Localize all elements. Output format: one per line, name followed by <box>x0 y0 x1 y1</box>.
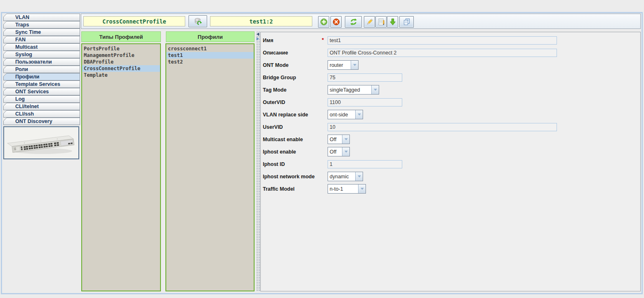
list-item[interactable]: DBAProfile <box>82 59 160 65</box>
field-label: Имя <box>263 35 274 46</box>
list-item[interactable]: Template <box>82 72 160 78</box>
sidebar-item-users[interactable]: Пользователи <box>3 58 80 66</box>
refresh-icon <box>349 18 358 26</box>
sidebar-item-log[interactable]: Log <box>3 95 80 103</box>
name-input[interactable] <box>328 36 557 45</box>
download-button[interactable] <box>387 16 398 28</box>
sidebar-item-profiles[interactable]: Профили <box>3 73 80 80</box>
description-input[interactable] <box>328 49 557 57</box>
chevron-down-icon[interactable] <box>355 172 363 181</box>
edit-icon <box>366 18 373 26</box>
profile-type-display[interactable]: CrossConnectProfile <box>83 16 185 26</box>
sidebar-item-traps[interactable]: Traps <box>3 21 80 28</box>
list-item-selected[interactable]: test1 <box>166 52 254 59</box>
sidebar-item-syslog[interactable]: Syslog <box>3 51 80 58</box>
refresh-button[interactable] <box>345 16 362 28</box>
chevron-down-icon[interactable] <box>351 61 358 69</box>
field-iphost-network-mode: Iphost network mode dynamic <box>261 171 640 182</box>
database-sync-icon <box>194 17 202 26</box>
list-item[interactable]: ManagementProfile <box>82 52 160 59</box>
profiles-list: crossconnect1 test1 test2 <box>165 43 255 291</box>
field-tag-mode: Tag Mode singleTagged <box>261 85 640 95</box>
profile-name-display[interactable]: test1:2 <box>210 16 312 26</box>
field-label: Описание <box>263 47 288 58</box>
bridge-group-input[interactable] <box>328 73 402 82</box>
list-item[interactable]: crossconnect1 <box>166 45 254 52</box>
copy-button[interactable] <box>399 16 414 28</box>
split-divider[interactable] <box>256 31 260 291</box>
profile-types-header: Типы Профилей <box>81 31 161 42</box>
sidebar-item-ont-discovery[interactable]: ONT Discovery <box>3 118 80 125</box>
field-label: Iphost enable <box>263 147 296 157</box>
chevron-down-icon[interactable] <box>355 110 363 119</box>
field-label: Bridge Group <box>263 72 296 83</box>
chevron-down-icon[interactable] <box>342 135 349 144</box>
traffic-model-select[interactable]: n-to-1 <box>328 184 366 194</box>
field-iphost-enable: Iphost enable Off <box>261 147 640 157</box>
field-outer-vid: OuterVID <box>261 97 640 108</box>
user-vid-input[interactable] <box>328 123 557 131</box>
list-item[interactable]: test2 <box>166 59 254 65</box>
sidebar-item-sync-time[interactable]: Sync Time <box>3 28 80 36</box>
sidebar-item-fan[interactable]: FAN <box>3 36 80 43</box>
top-tab-bar: Описание Список ONT Мониторинг Конфигура… <box>6 2 13 12</box>
field-vlan-replace-side: VLAN replace side ont-side <box>261 109 640 120</box>
sidebar-item-template-services[interactable]: Template Services <box>3 80 80 88</box>
field-multicast-enable: Multicast enable Off <box>261 134 640 145</box>
edit-button[interactable] <box>364 16 375 28</box>
app-window: Описание Список ONT Мониторинг Конфигура… <box>0 0 644 298</box>
field-traffic-model: Traffic Model n-to-1 <box>261 184 640 194</box>
device-photo-box <box>3 126 79 159</box>
iphost-id-input[interactable] <box>328 160 402 168</box>
required-marker: * <box>322 37 324 43</box>
sidebar-item-multicast[interactable]: Multicast <box>3 43 80 51</box>
field-bridge-group: Bridge Group <box>261 72 640 83</box>
field-ont-mode: ONT Mode router <box>261 60 640 71</box>
sidebar-item-ont-services[interactable]: ONT Services <box>3 88 80 95</box>
olt-device-photo <box>6 128 76 158</box>
journal-button[interactable] <box>375 16 387 28</box>
field-name: Имя * <box>261 35 640 46</box>
sidebar-item-vlan[interactable]: VLAN <box>3 14 80 21</box>
field-label: Multicast enable <box>263 134 303 145</box>
download-icon <box>389 18 396 26</box>
field-label: OuterVID <box>263 97 285 108</box>
sidebar-item-roles[interactable]: Роли <box>3 66 80 73</box>
delete-profile-button[interactable] <box>330 16 342 28</box>
field-iphost-id: Iphost ID <box>261 159 640 170</box>
sidebar-item-cli-ssh[interactable]: CLI/ssh <box>3 110 80 118</box>
add-icon <box>320 18 328 26</box>
outer-vid-input[interactable] <box>328 98 402 106</box>
profile-form: Имя * Описание ONT Mode router Bridge Gr… <box>260 32 641 291</box>
field-label: UserVID <box>263 122 283 132</box>
chevron-down-icon[interactable] <box>342 147 349 156</box>
collapse-left-icon[interactable] <box>257 33 259 36</box>
chevron-down-icon[interactable] <box>371 85 379 94</box>
vlan-replace-side-select[interactable]: ont-side <box>328 110 363 119</box>
iphost-network-mode-select[interactable]: dynamic <box>328 172 363 181</box>
field-label: Iphost network mode <box>263 171 315 182</box>
list-item-selected[interactable]: CrossConnectProfile <box>82 65 160 72</box>
profile-types-list: PortsProfile ManagementProfile DBAProfil… <box>81 43 161 291</box>
field-label: Traffic Model <box>263 184 295 194</box>
multicast-enable-select[interactable]: Off <box>328 135 350 144</box>
field-description: Описание <box>261 47 640 58</box>
iphost-enable-select[interactable]: Off <box>328 147 350 156</box>
field-user-vid: UserVID <box>261 122 640 132</box>
journal-icon <box>377 18 385 26</box>
field-label: ONT Mode <box>263 60 289 71</box>
add-profile-button[interactable] <box>318 16 329 28</box>
field-label: Iphost ID <box>263 159 285 170</box>
chevron-down-icon[interactable] <box>358 184 366 193</box>
database-sync-button[interactable] <box>189 15 207 27</box>
delete-icon <box>333 18 340 26</box>
tag-mode-select[interactable]: singleTagged <box>328 85 379 95</box>
list-item[interactable]: PortsProfile <box>82 45 160 52</box>
sidebar-item-cli-telnet[interactable]: CLI/telnet <box>3 103 80 110</box>
field-label: Tag Mode <box>263 85 286 95</box>
collapse-right-icon[interactable] <box>257 37 259 40</box>
copy-icon <box>403 18 411 26</box>
profiles-header: Профили <box>166 31 255 42</box>
ont-mode-select[interactable]: router <box>328 60 359 70</box>
field-label: VLAN replace side <box>263 109 308 120</box>
